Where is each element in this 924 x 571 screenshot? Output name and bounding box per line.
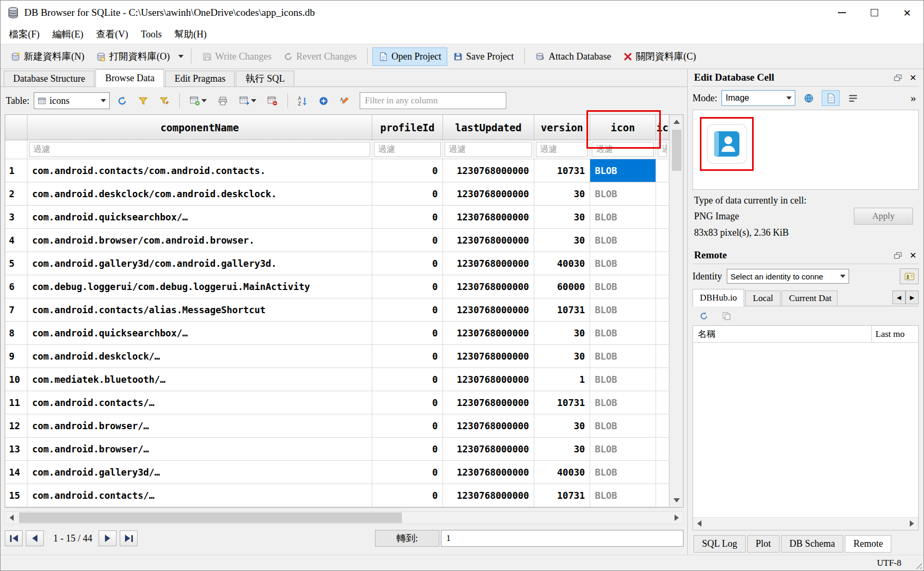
remote-refresh-button[interactable] — [695, 307, 712, 324]
component-name-cell[interactable]: com.android.browser/… — [27, 438, 372, 461]
version-cell[interactable]: 10731 — [534, 484, 590, 507]
next-page-button[interactable] — [99, 530, 117, 546]
icon-blob-cell[interactable]: BLOB — [590, 182, 656, 206]
revert-changes-button[interactable]: Revert Changes — [277, 47, 362, 66]
component-name-cell[interactable]: com.mediatek.bluetooth/… — [27, 368, 372, 391]
component-name-cell[interactable]: com.android.browser/com.android.browser. — [27, 229, 372, 252]
vertical-scrollbar-thumb[interactable] — [672, 130, 681, 171]
row-number-cell[interactable]: 11 — [5, 391, 27, 414]
icon-blob-cell[interactable]: BLOB — [590, 438, 656, 461]
column-header-profileid[interactable]: profileId — [372, 115, 443, 140]
table-selector[interactable]: icons — [34, 92, 110, 109]
open-database-dropdown[interactable] — [176, 52, 186, 61]
menu-help[interactable]: 幫助(H) — [168, 28, 213, 41]
component-name-cell[interactable]: com.android.quicksearchbox/… — [27, 322, 372, 345]
menu-tools[interactable]: Tools — [134, 29, 168, 40]
column-filter-input[interactable]: 過濾 — [658, 142, 667, 157]
export-data-button[interactable] — [822, 90, 840, 106]
menu-edit[interactable]: 編輯(E) — [46, 28, 90, 41]
table-row[interactable]: 14 com.android.gallery3d/… 0 12307680000… — [5, 461, 669, 484]
profile-id-cell[interactable]: 0 — [372, 368, 443, 391]
table-row[interactable]: 15 com.android.contacts/… 0 123076800000… — [5, 484, 669, 507]
profile-id-cell[interactable]: 0 — [372, 414, 443, 438]
version-cell[interactable]: 10731 — [534, 391, 590, 414]
column-visibility-button[interactable] — [315, 92, 332, 109]
row-number-cell[interactable]: 8 — [5, 322, 27, 345]
resize-grip[interactable] — [914, 561, 922, 569]
extra-cell[interactable] — [656, 438, 669, 461]
scroll-down-button[interactable] — [670, 493, 684, 507]
version-cell[interactable]: 30 — [534, 206, 590, 229]
filter-cell-componentname[interactable]: 過濾 — [27, 140, 372, 159]
last-updated-cell[interactable]: 1230768000000 — [443, 438, 534, 461]
grid-vertical-scrollbar[interactable] — [669, 115, 683, 507]
export-record-button[interactable] — [236, 92, 260, 109]
tabs-scroll-right-button[interactable]: ▶ — [906, 291, 919, 304]
filter-cell-version[interactable]: 過濾 — [534, 140, 590, 159]
last-updated-cell[interactable]: 1230768000000 — [443, 159, 534, 182]
version-cell[interactable]: 30 — [534, 229, 590, 252]
icon-blob-cell[interactable]: BLOB — [590, 275, 656, 298]
column-filter-input[interactable]: 過濾 — [374, 142, 441, 157]
last-updated-cell[interactable]: 1230768000000 — [443, 391, 534, 414]
remote-list-scrollbar[interactable] — [693, 517, 918, 530]
last-updated-cell[interactable]: 1230768000000 — [443, 461, 534, 484]
filter-cell-lastupdated[interactable]: 過濾 — [443, 140, 534, 159]
attach-database-button[interactable]: Attach Database — [530, 47, 617, 66]
profile-id-cell[interactable]: 0 — [372, 322, 443, 345]
dock-tab-plot[interactable]: Plot — [747, 535, 779, 553]
row-number-cell[interactable]: 9 — [5, 345, 27, 368]
maximize-button[interactable] — [858, 1, 891, 25]
version-cell[interactable]: 30 — [534, 414, 590, 438]
remote-list-header-modified[interactable]: Last mo — [872, 326, 918, 342]
version-cell[interactable]: 60000 — [534, 275, 590, 298]
icon-blob-cell[interactable]: BLOB — [590, 391, 656, 414]
extra-cell[interactable] — [656, 391, 669, 414]
print-button[interactable] — [215, 92, 232, 109]
remote-scroll-left-button[interactable] — [693, 518, 706, 529]
undock-icon[interactable] — [894, 252, 902, 259]
dock-tab-db-schema[interactable]: DB Schema — [781, 535, 843, 553]
sort-custom-button[interactable]: A — [336, 92, 353, 109]
component-name-cell[interactable]: com.android.browser/… — [27, 414, 372, 438]
table-row[interactable]: 9 com.android.deskclock/… 0 123076800000… — [5, 345, 669, 368]
remote-tab-current-database[interactable]: Current Dat — [782, 291, 838, 306]
grid-horizontal-scrollbar[interactable] — [5, 511, 684, 524]
icon-blob-cell[interactable]: BLOB — [590, 414, 656, 438]
row-number-cell[interactable]: 14 — [5, 461, 27, 484]
component-name-cell[interactable]: com.android.contacts/… — [27, 391, 372, 414]
component-name-cell[interactable]: com.android.deskclock/… — [27, 345, 372, 368]
close-database-button[interactable]: 關閉資料庫(C) — [617, 46, 702, 66]
goto-button[interactable]: 轉到: — [375, 530, 439, 547]
profile-id-cell[interactable]: 0 — [372, 229, 443, 252]
save-project-button[interactable]: Save Project — [447, 47, 519, 66]
extra-cell[interactable] — [656, 298, 669, 322]
profile-id-cell[interactable]: 0 — [372, 159, 443, 182]
extra-cell[interactable] — [656, 414, 669, 438]
open-project-button[interactable]: Open Project — [372, 47, 447, 66]
filter-options-button[interactable] — [156, 92, 173, 109]
row-number-cell[interactable]: 2 — [5, 182, 27, 206]
column-filter-input[interactable]: 過濾 — [536, 142, 588, 157]
sort-ascending-button[interactable]: A Z — [294, 92, 311, 109]
icon-blob-cell[interactable]: BLOB — [590, 322, 656, 345]
tab-browse-data[interactable]: Browse Data — [95, 69, 163, 87]
icon-blob-cell[interactable]: BLOB — [590, 368, 656, 391]
component-name-cell[interactable]: com.android.contacts/… — [27, 484, 372, 507]
table-row[interactable]: 3 com.android.quicksearchbox/… 0 1230768… — [5, 206, 669, 229]
filter-cell-profileid[interactable]: 過濾 — [372, 140, 443, 159]
mode-select[interactable]: Image — [721, 90, 795, 106]
more-tools-chevron-icon[interactable]: » — [911, 92, 919, 105]
last-updated-cell[interactable]: 1230768000000 — [443, 275, 534, 298]
last-updated-cell[interactable]: 1230768000000 — [443, 182, 534, 206]
menu-file[interactable]: 檔案(F) — [3, 28, 46, 41]
profile-id-cell[interactable]: 0 — [372, 391, 443, 414]
row-number-cell[interactable]: 13 — [5, 438, 27, 461]
row-number-header[interactable] — [5, 115, 27, 140]
column-header-extra[interactable]: ic — [656, 115, 669, 140]
goto-row-input[interactable] — [441, 530, 684, 547]
column-header-lastupdated[interactable]: lastUpdated — [443, 115, 534, 140]
profile-id-cell[interactable]: 0 — [372, 484, 443, 507]
version-cell[interactable]: 40030 — [534, 252, 590, 275]
last-updated-cell[interactable]: 1230768000000 — [443, 414, 534, 438]
